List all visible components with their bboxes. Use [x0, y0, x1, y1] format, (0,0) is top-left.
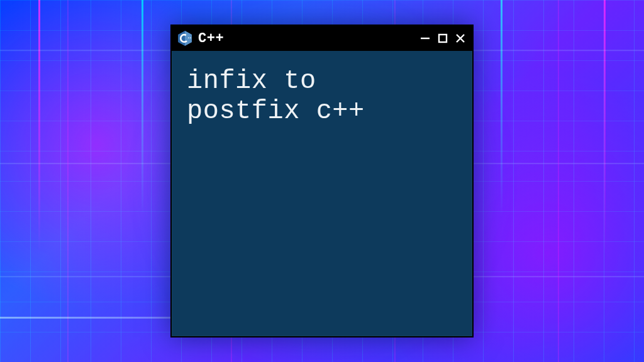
terminal-content: infix to postfix c++ — [172, 51, 472, 336]
minimize-icon — [419, 33, 431, 44]
window-controls — [419, 33, 466, 44]
svg-rect-6 — [439, 35, 447, 42]
maximize-button[interactable] — [437, 33, 448, 44]
titlebar[interactable]: + + C++ — [172, 26, 472, 51]
maximize-icon — [437, 33, 448, 44]
close-button[interactable] — [455, 33, 466, 44]
window-title: C++ — [198, 31, 414, 47]
minimize-button[interactable] — [419, 33, 431, 44]
terminal-window: + + C++ infix to postfix c++ — [170, 25, 474, 337]
cpp-logo-icon: + + — [177, 30, 193, 47]
close-icon — [455, 33, 466, 44]
